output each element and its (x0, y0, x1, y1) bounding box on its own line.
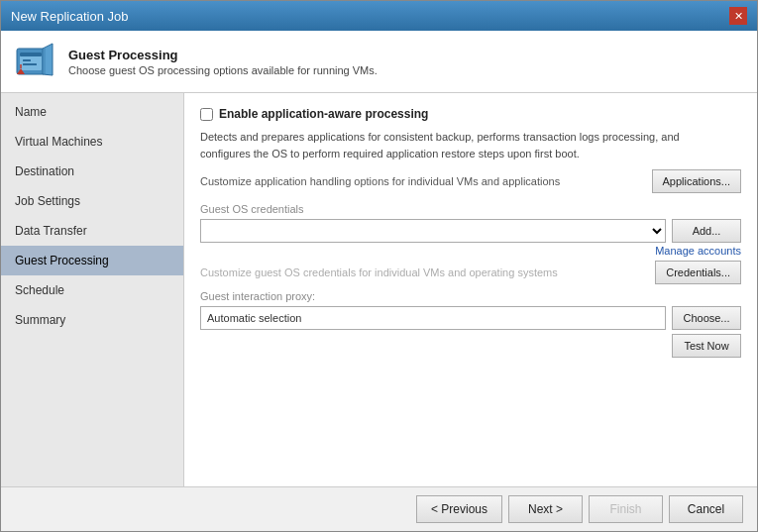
test-now-button[interactable]: Test Now (672, 334, 741, 358)
sidebar: Name Virtual Machines Destination Job Se… (1, 93, 184, 486)
header-text: Guest Processing Choose guest OS process… (68, 48, 378, 76)
credentials-dropdown[interactable] (200, 219, 666, 243)
footer: < Previous Next > Finish Cancel (1, 486, 757, 531)
main-panel: Enable application-aware processing Dete… (184, 93, 757, 486)
content-area: Name Virtual Machines Destination Job Se… (1, 93, 757, 486)
cancel-button[interactable]: Cancel (669, 495, 743, 523)
add-button[interactable]: Add... (672, 219, 741, 243)
applications-button[interactable]: Applications... (652, 169, 741, 193)
sidebar-item-name[interactable]: Name (1, 97, 183, 127)
proxy-buttons: Choose... Test Now (672, 306, 741, 358)
sidebar-item-summary[interactable]: Summary (1, 305, 183, 335)
proxy-input-row: Choose... Test Now (200, 306, 741, 358)
next-button[interactable]: Next > (508, 495, 583, 523)
svg-rect-5 (23, 59, 31, 61)
credentials-info-text: Customize guest OS credentials for indiv… (200, 266, 558, 278)
sidebar-item-job-settings[interactable]: Job Settings (1, 186, 183, 216)
svg-rect-6 (23, 63, 37, 65)
sidebar-item-destination[interactable]: Destination (1, 157, 183, 186)
credentials-button[interactable]: Credentials... (655, 261, 741, 284)
choose-button[interactable]: Choose... (672, 306, 741, 330)
title-bar: New Replication Job ✕ (1, 1, 757, 31)
header-heading: Guest Processing (68, 48, 378, 62)
enable-checkbox[interactable] (200, 108, 213, 121)
sidebar-item-virtual-machines[interactable]: Virtual Machines (1, 127, 183, 157)
finish-button[interactable]: Finish (589, 495, 663, 523)
svg-rect-2 (20, 53, 42, 56)
enable-label[interactable]: Enable application-aware processing (219, 107, 428, 121)
sidebar-item-guest-processing[interactable]: Guest Processing (1, 246, 183, 275)
proxy-input[interactable] (200, 306, 666, 330)
customize-text: Customize application handling options f… (200, 175, 560, 187)
customize-row: Customize application handling options f… (200, 169, 741, 193)
dialog-title: New Replication Job (11, 9, 129, 24)
credentials-customize-row: Customize guest OS credentials for indiv… (200, 261, 741, 284)
dialog-window: New Replication Job ✕ Guest Processing C… (0, 0, 758, 532)
header-description: Choose guest OS processing options avail… (68, 64, 378, 76)
manage-accounts-link[interactable]: Manage accounts (200, 245, 741, 257)
credentials-input-row: Add... (200, 219, 741, 243)
close-button[interactable]: ✕ (729, 7, 747, 25)
description-block: Detects and prepares applications for co… (200, 129, 741, 161)
enable-row: Enable application-aware processing (200, 107, 741, 121)
header-icon (15, 41, 56, 82)
svg-marker-3 (43, 44, 53, 75)
header-section: Guest Processing Choose guest OS process… (1, 31, 757, 93)
sidebar-item-schedule[interactable]: Schedule (1, 275, 183, 305)
guest-interaction-proxy-label: Guest interaction proxy: (200, 290, 741, 302)
guest-os-credentials-label: Guest OS credentials (200, 203, 741, 215)
proxy-section: Guest interaction proxy: Choose... Test … (200, 290, 741, 358)
previous-button[interactable]: < Previous (416, 495, 502, 523)
sidebar-item-data-transfer[interactable]: Data Transfer (1, 216, 183, 246)
